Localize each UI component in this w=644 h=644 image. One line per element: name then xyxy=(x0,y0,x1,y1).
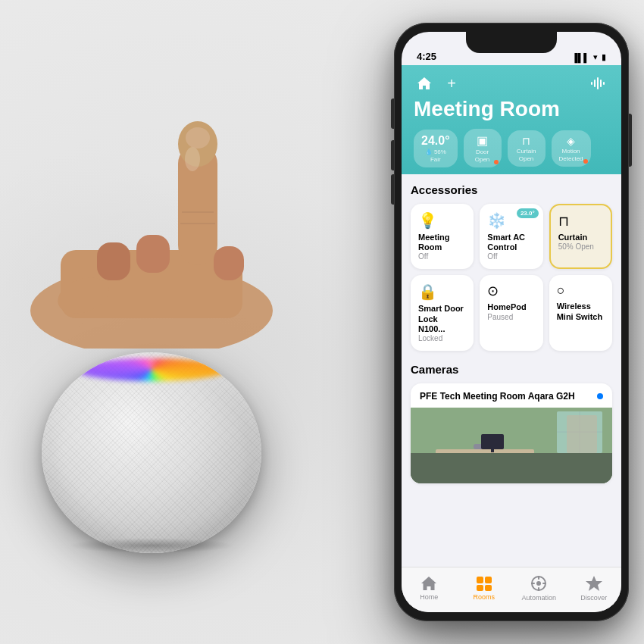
curtain-label: Curtain xyxy=(517,148,536,155)
tab-rooms[interactable]: Rooms xyxy=(457,576,512,601)
automation-tab-icon xyxy=(530,575,547,592)
tile-switch[interactable]: ○ Wireless Mini Switch xyxy=(549,275,612,351)
curtain-status: Open xyxy=(519,155,534,162)
homepod-light-ring xyxy=(76,358,227,381)
svg-point-11 xyxy=(186,127,210,148)
lock-status: Locked xyxy=(418,334,466,343)
camera-preview xyxy=(411,408,612,483)
door-label: Door xyxy=(476,148,489,155)
discover-tab-icon xyxy=(586,575,602,592)
app-content: Accessories 💡 Meeting Room Off 23.0° ❄️ … xyxy=(402,174,621,567)
motion-label: Motion xyxy=(562,148,580,155)
homepod-tile-status: Paused xyxy=(487,313,535,322)
tab-automation[interactable]: Automation xyxy=(511,575,567,602)
tab-home[interactable]: Home xyxy=(402,576,457,601)
homepod-shadow xyxy=(68,538,235,553)
door-indicator xyxy=(494,160,499,164)
curtain-widget[interactable]: ⊓ Curtain Open xyxy=(508,130,546,167)
homepod-area xyxy=(0,61,371,591)
room-title: Meeting Room xyxy=(414,97,609,121)
ac-name: Smart AC Control xyxy=(487,233,535,252)
cameras-section: Cameras PFE Tech Meeting Room Aqara G2H xyxy=(411,363,612,483)
camera-card[interactable]: PFE Tech Meeting Room Aqara G2H xyxy=(411,383,612,483)
curtain-tile-status: 50% Open xyxy=(558,242,603,252)
svg-rect-13 xyxy=(594,80,596,87)
svg-rect-23 xyxy=(436,449,534,455)
camera-name: PFE Tech Meeting Room Aqara G2H xyxy=(420,391,575,402)
svg-rect-19 xyxy=(411,457,612,483)
status-widgets: 24.0° 💧 56% Fair ▣ Door Open ⊓ Curtain O… xyxy=(414,129,609,167)
status-time: 4:25 xyxy=(417,51,436,62)
svg-rect-24 xyxy=(443,455,449,470)
phone-screen: 4:25 ▐▌▌ ▾ ▮ + xyxy=(402,32,621,612)
svg-marker-35 xyxy=(586,576,602,591)
tab-discover[interactable]: Discover xyxy=(567,575,622,602)
svg-rect-31 xyxy=(477,585,483,591)
accessories-grid: 💡 Meeting Room Off 23.0° ❄️ Smart AC Con… xyxy=(411,204,612,351)
svg-point-10 xyxy=(185,147,200,171)
svg-rect-29 xyxy=(477,577,483,583)
light-icon: 💡 xyxy=(418,211,466,230)
tab-automation-label: Automation xyxy=(521,594,556,602)
homepod-icon: ⊙ xyxy=(487,283,535,299)
signal-icon: ▐▌▌ xyxy=(572,53,589,62)
app-top-bar: + xyxy=(414,73,609,94)
wifi-icon: ▾ xyxy=(593,52,598,62)
light-status: Off xyxy=(418,252,466,261)
svg-rect-16 xyxy=(603,82,605,85)
svg-rect-28 xyxy=(491,449,494,452)
tile-homepod[interactable]: ⊙ HomePod Paused xyxy=(480,275,542,351)
svg-rect-12 xyxy=(591,82,592,85)
camera-feed xyxy=(411,408,612,483)
tile-meeting-room-light[interactable]: 💡 Meeting Room Off xyxy=(411,204,474,269)
curtain-tile-icon: ⊓ xyxy=(558,213,603,230)
curtain-icon: ⊓ xyxy=(522,135,530,147)
homepod-device xyxy=(30,341,273,553)
voice-icon[interactable] xyxy=(588,73,609,94)
accessories-section-title: Accessories xyxy=(411,183,612,196)
svg-rect-15 xyxy=(600,80,602,87)
svg-rect-25 xyxy=(521,455,527,470)
switch-name: Wireless Mini Switch xyxy=(557,302,605,321)
door-icon: ▣ xyxy=(477,133,488,148)
cameras-section-title: Cameras xyxy=(411,363,612,376)
hand-container xyxy=(15,83,333,349)
svg-rect-6 xyxy=(136,235,170,273)
ac-temp-badge: 23.0° xyxy=(517,208,539,218)
add-icon[interactable]: + xyxy=(441,73,462,94)
camera-live-indicator xyxy=(597,393,603,399)
svg-rect-32 xyxy=(485,585,492,591)
camera-header: PFE Tech Meeting Room Aqara G2H xyxy=(411,383,612,408)
temperature-widget[interactable]: 24.0° 💧 56% Fair xyxy=(414,130,458,167)
ac-status: Off xyxy=(487,252,535,261)
light-name: Meeting Room xyxy=(418,233,466,252)
svg-rect-8 xyxy=(214,246,244,280)
motion-widget[interactable]: ◈ Motion Detected xyxy=(552,130,591,167)
tab-discover-label: Discover xyxy=(580,594,607,602)
app-nav-icons: + xyxy=(414,73,462,94)
curtain-tile-name: Curtain xyxy=(558,233,603,242)
air-quality: Fair xyxy=(430,156,441,163)
battery-icon: ▮ xyxy=(602,52,606,62)
tile-smart-ac[interactable]: 23.0° ❄️ Smart AC Control Off xyxy=(480,204,542,269)
homepod-tile-name: HomePod xyxy=(487,302,535,312)
tile-door-lock[interactable]: 🔒 Smart Door Lock N100... Locked xyxy=(411,275,474,351)
homepod-body xyxy=(42,352,261,553)
tile-curtain[interactable]: ⊓ Curtain 50% Open xyxy=(549,204,612,269)
tab-bar: Home Rooms Automation xyxy=(402,567,621,612)
temp-value: 24.0° xyxy=(421,134,450,148)
door-widget[interactable]: ▣ Door Open xyxy=(464,129,502,167)
status-icons: ▐▌▌ ▾ ▮ xyxy=(572,52,606,62)
switch-icon: ○ xyxy=(557,283,605,299)
home-nav-icon[interactable] xyxy=(414,73,435,94)
svg-rect-14 xyxy=(597,77,599,89)
app-header: + Meeting Room 24.0° 💧 56% xyxy=(402,65,621,180)
tab-rooms-label: Rooms xyxy=(473,593,495,601)
lock-icon: 🔒 xyxy=(418,283,466,301)
motion-icon: ◈ xyxy=(567,135,575,147)
motion-indicator xyxy=(583,159,588,164)
rooms-tab-icon xyxy=(476,576,492,591)
door-status: Open xyxy=(475,156,490,163)
hand-svg xyxy=(15,83,333,349)
svg-rect-30 xyxy=(485,577,492,583)
